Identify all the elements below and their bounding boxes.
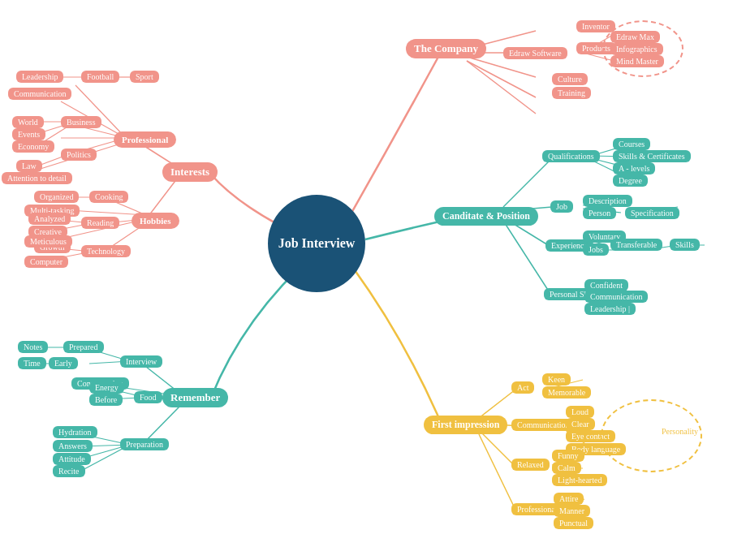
law-node: Law [16,160,42,172]
early-node: Early [49,357,78,369]
loud-label: Loud [571,407,589,416]
computer-label: Computer [30,257,63,266]
svg-line-2 [75,85,126,138]
eye-contact-label: Eye contact [571,432,610,441]
technology-node: Technology [81,245,131,257]
specification-node: Specification [625,207,679,219]
keen-node: Keen [542,373,571,386]
food-node: Food [134,391,162,403]
politics-node: Politics [61,149,97,161]
sport-node: Sport [130,71,159,83]
candidate-label: Canditate & Position [442,210,530,222]
personality-label: Personality [662,427,698,436]
organized-node: Organized [34,191,79,203]
company-node: The Company [406,39,486,58]
alevels-node: A - levels [613,162,655,174]
reading-node: Reading [81,217,119,229]
center-label: Job Interview [278,236,356,251]
economy-node: Economy [12,140,54,153]
world-label: World [18,118,38,127]
mind-master-label: Mind Master [616,57,658,66]
business-node: Business [61,116,101,128]
light-hearted-label: Light-hearted [558,476,601,485]
technology-label: Technology [87,247,125,256]
culture-label: Culture [558,75,582,84]
description-node: Description [583,195,632,207]
events-node: Events [12,128,45,140]
jobs-label: Jobs [589,245,603,254]
edraw-software-label: Edraw Software [509,49,562,58]
early-label: Early [54,359,72,368]
leadership-personal-node: Leadership | [584,303,636,315]
hobbies-node: Hobbies [132,213,179,229]
edraw-software-node: Edraw Software [503,47,567,59]
culture-node: Culture [552,73,588,85]
professional-first-label: Professional [517,505,557,514]
economy-label: Economy [18,142,49,151]
specification-label: Specification [631,209,674,218]
description-label: Description [589,196,627,205]
inventor-label: Inventor [582,22,610,31]
mind-master-node: Mind Master [610,55,664,67]
skills-certs-label: Skills & Certificates [619,152,685,161]
relaxed-node: Relaxed [511,459,550,471]
transferable-label: Transferable [616,240,657,249]
business-label: Business [67,118,96,127]
cooking-node: Cooking [89,191,128,203]
organized-label: Organized [40,192,73,201]
sport-label: Sport [136,72,153,81]
first-impression-node: First impression [424,416,507,434]
recite-node: Recite [53,465,85,477]
light-hearted-node: Light-hearted [552,474,607,486]
recite-label: Recite [58,467,80,476]
edraw-max-node: Edraw Max [610,31,660,43]
keen-label: Keen [548,375,565,384]
analyzed-node: Analyzed [28,213,71,225]
politics-label: Politics [67,150,91,159]
remember-node: Remember [162,388,228,407]
calm-node: Calm [552,462,581,474]
jobs-node: Jobs [583,243,609,256]
interests-label: Interests [170,166,209,179]
skills-certs-node: Skills & Certificates [613,150,691,162]
skills-label: Skills [675,240,694,249]
prepared-label: Prepared [69,342,98,351]
clear-node: Clear [566,418,595,430]
memorable-node: Memorable [542,386,591,398]
calm-label: Calm [558,463,576,472]
courses-label: Courses [619,140,645,149]
manner-label: Manner [559,506,584,515]
transferable-node: Transferable [610,239,662,251]
attention-node: Attention to detail [2,172,72,184]
qualifications-node: Qualifications [542,150,600,162]
svg-line-40 [467,57,536,77]
preparation-label: Preparation [126,440,163,449]
football-label: Football [87,72,114,81]
edraw-max-label: Edraw Max [616,32,654,41]
interests-node: Interests [162,162,218,182]
personality-circle [601,399,702,472]
svg-line-49 [503,221,552,296]
meticulous-node: Meticulous [24,235,72,248]
person-label: Person [589,209,610,218]
clear-label: Clear [571,420,589,429]
degree-node: Degree [613,174,648,187]
time-node: Time [18,357,46,369]
courses-node: Courses [613,138,650,150]
computer-node: Computer [24,256,68,268]
infographics-node: Infographics [610,43,663,55]
before-label: Before [95,395,117,404]
answers-label: Answers [58,442,87,450]
funny-label: Funny [558,451,579,460]
food-label: Food [140,393,157,402]
confident-node: Confident [584,279,628,291]
confident-label: Confident [590,281,623,290]
manner-node: Manner [554,505,590,517]
communication-personal-node: Communication [584,291,648,303]
preparation-node: Preparation [120,438,169,450]
svg-line-68 [479,434,515,510]
first-impression-label: First impression [432,419,499,431]
communication-personal-label: Communication [590,292,642,301]
interview-node: Interview [120,355,162,368]
training-label: Training [558,88,585,97]
